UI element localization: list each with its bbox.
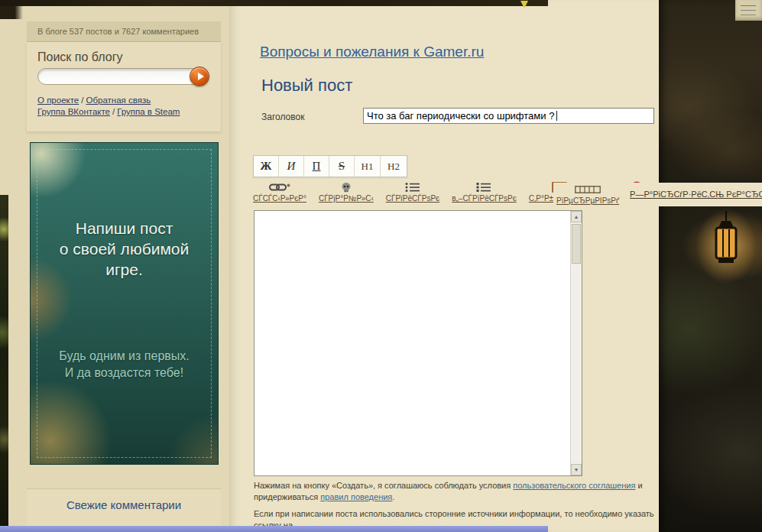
link-separator: /	[81, 96, 83, 105]
bullet-list-icon	[405, 181, 420, 193]
tool-label: СЃСЃС‹Р»РєР°	[253, 194, 306, 203]
decorative-corner-art	[0, 6, 23, 19]
bold-button[interactable]: Ж	[254, 156, 279, 177]
post-title-value: Что за баг периодически со шрифтами ?	[367, 110, 554, 122]
promo-title-line: о своей любимой	[31, 238, 218, 259]
vk-group-link[interactable]: Группа ВКонтакте	[37, 107, 110, 116]
promo-sub-line: И да воздастся тебе!	[31, 365, 218, 381]
link-separator: /	[112, 107, 115, 116]
skull-icon	[341, 181, 352, 193]
scroll-down-button[interactable]: ▼	[571, 464, 582, 475]
promo-sub-line: Будь одним из первых.	[31, 348, 218, 365]
numbered-list-button[interactable]: в„–СЃРїРёСЃРѕРє	[452, 181, 517, 203]
scrollbar-thumb[interactable]	[572, 224, 581, 264]
promo-banner-subtitle: Будь одним из первых. И да воздастся теб…	[31, 348, 218, 381]
search-input[interactable]	[37, 68, 201, 85]
insert-link-button[interactable]: СЃСЃС‹Р»РєР°	[253, 181, 306, 203]
page-title: Новый пост	[261, 76, 352, 96]
user-agreement-link[interactable]: пользовательского соглашения	[513, 481, 635, 490]
fresh-comments-title: Свежие комментарии	[27, 498, 221, 511]
strikethrough-button[interactable]: S	[329, 156, 355, 177]
promo-title-line: игре.	[31, 259, 218, 280]
bullet-list-button[interactable]: СЃРїРёСЃРѕРє	[386, 181, 439, 203]
about-link[interactable]: О проекте	[37, 96, 79, 105]
tool-label: СЃРїРёСЃРѕРє	[386, 194, 439, 203]
decorative-art-strip	[659, 0, 762, 532]
steam-group-link[interactable]: Группа в Steam	[117, 107, 180, 116]
upload-image-link[interactable]: Р—Р°РіСЂСѓР·РёС‚СЊ РєР°СЂС‚РёРЅРєСѓ	[630, 190, 762, 199]
main-content: Вопросы и пожелания к Gamer.ru Новый пос…	[229, 0, 659, 532]
scroll-up-button[interactable]: ▲	[571, 211, 582, 222]
post-title-label: Заголовок	[261, 112, 304, 122]
format-toolbar: Ж И П S H1 H2	[253, 155, 407, 177]
page: В блоге 537 постов и 7627 комментариев П…	[0, 0, 762, 532]
decorative-top-strip	[0, 0, 548, 6]
numbered-list-icon	[476, 181, 491, 193]
underline-button[interactable]: П	[304, 156, 329, 177]
search-panel: Поиск по блогу О проекте/Обратная связь …	[27, 42, 221, 131]
comb-grid-icon	[575, 183, 601, 196]
tool-label: СЃРјР°Р№Р»С‹	[319, 194, 374, 203]
agreement-text: .	[392, 492, 394, 501]
post-title-input[interactable]: Что за баг периодически со шрифтами ?	[363, 108, 654, 124]
rules-link[interactable]: правил поведения	[320, 492, 392, 501]
insert-toolbar-right: РїРµСЂРµРІРѕРґ Р—Р°РіСЂСѓР·РёС‚СЊ РєР°СЂ…	[553, 183, 762, 206]
promo-title-line: Напиши пост	[31, 218, 218, 238]
agreement-text: Нажимая на кнопку «Создать», я соглашаюс…	[254, 481, 513, 490]
sidebar-links: О проекте/Обратная связь Группа ВКонтакт…	[37, 95, 180, 118]
search-title: Поиск по блогу	[37, 50, 122, 64]
heading2-button[interactable]: H2	[381, 156, 407, 177]
decorative-bottom-strip	[0, 526, 548, 532]
map-marker-icon	[520, 1, 528, 8]
translate-button[interactable]: РїРµСЂРµРІРѕРґ	[556, 183, 619, 205]
insert-smiley-button[interactable]: СЃРјР°Р№Р»С‹	[319, 181, 374, 203]
map-corner-art	[735, 0, 762, 21]
blog-stats: В блоге 537 постов и 7627 комментариев	[27, 21, 221, 42]
scrollbar-track[interactable]	[571, 222, 582, 464]
decorative-left-strip	[0, 195, 8, 532]
fresh-comments-panel: Свежие комментарии	[27, 489, 221, 526]
lantern-icon	[703, 211, 746, 287]
promo-banner[interactable]: Напиши пост о своей любимой игре. Будь о…	[30, 142, 219, 465]
arrow-right-icon	[198, 73, 204, 80]
search-button[interactable]	[190, 66, 209, 86]
post-body-editor[interactable]: ▲ ▼	[254, 210, 582, 476]
sidebar: В блоге 537 постов и 7627 комментариев П…	[0, 0, 229, 532]
feedback-link[interactable]: Обратная связь	[86, 96, 151, 105]
italic-button[interactable]: И	[279, 156, 304, 177]
heading1-button[interactable]: H1	[355, 156, 381, 177]
tool-label: в„–СЃРїРёСЃРѕРє	[452, 194, 517, 203]
blog-title-link[interactable]: Вопросы и пожелания к Gamer.ru	[260, 44, 484, 60]
chain-link-icon	[269, 181, 290, 193]
text-caret	[556, 111, 557, 121]
agreement-note: Нажимая на кнопку «Создать», я соглашаюс…	[254, 480, 668, 503]
promo-banner-title: Напиши пост о своей любимой игре.	[31, 218, 218, 280]
tool-label: РїРµСЂРµРІРѕРґ	[556, 196, 619, 205]
editor-scrollbar[interactable]: ▲ ▼	[570, 211, 582, 475]
